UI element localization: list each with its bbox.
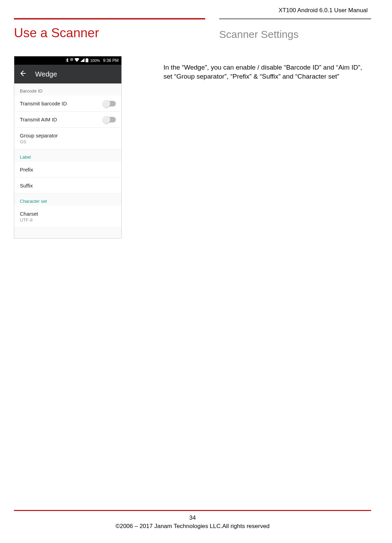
header-divider <box>14 18 371 19</box>
toggle-transmit-barcode-id[interactable] <box>103 101 116 106</box>
svg-rect-2 <box>86 58 88 62</box>
signal-icon <box>80 58 85 63</box>
svg-point-1 <box>71 59 72 60</box>
section-title: Use a Scanner <box>14 23 219 40</box>
phone-screenshot: 100% 9:36 PM Wedge Barcode ID Transmit b… <box>14 56 122 239</box>
item-label: Group separator <box>20 133 58 138</box>
battery-icon <box>86 58 88 63</box>
item-charset[interactable]: Charset UTF-8 <box>14 206 121 228</box>
section-subtitle: Scanner Settings <box>219 23 371 40</box>
item-prefix[interactable]: Prefix <box>14 162 121 178</box>
toggle-transmit-aim-id[interactable] <box>103 117 116 122</box>
item-value: GS <box>20 139 58 144</box>
item-group-separator[interactable]: Group separator GS <box>14 128 121 150</box>
item-label: Suffix <box>20 183 33 189</box>
item-label: Charset <box>20 211 38 217</box>
svg-rect-3 <box>87 58 88 59</box>
status-time: 9:36 PM <box>103 58 119 63</box>
back-arrow-icon[interactable] <box>19 70 26 78</box>
item-transmit-aim-id[interactable]: Transmit AIM ID <box>14 112 121 128</box>
doc-header: XT100 Android 6.0.1 User Manual <box>14 7 371 14</box>
page-footer: 34 ©2006 – 2017 Janam Technologies LLC.A… <box>14 510 371 530</box>
section-header-label: Label <box>14 150 121 162</box>
item-suffix[interactable]: Suffix <box>14 178 121 194</box>
app-bar: Wedge <box>14 65 121 83</box>
copyright: ©2006 – 2017 Janam Technologies LLC.All … <box>14 523 371 530</box>
battery-text: 100% <box>90 58 100 63</box>
status-bar: 100% 9:36 PM <box>14 56 121 65</box>
description-text: In the “Wedge”, you can enable / disable… <box>163 56 371 239</box>
location-icon <box>70 58 73 63</box>
item-label: Transmit barcode ID <box>20 101 67 106</box>
item-transmit-barcode-id[interactable]: Transmit barcode ID <box>14 96 121 112</box>
section-header-barcode-id: Barcode ID <box>14 83 121 96</box>
wifi-icon <box>74 58 79 63</box>
item-value: UTF-8 <box>20 217 38 223</box>
section-header-charset: Character set <box>14 194 121 206</box>
page-number: 34 <box>14 514 371 521</box>
bluetooth-icon <box>66 58 69 63</box>
app-title: Wedge <box>35 70 57 78</box>
item-label: Prefix <box>20 167 33 173</box>
item-label: Transmit AIM ID <box>20 117 57 122</box>
